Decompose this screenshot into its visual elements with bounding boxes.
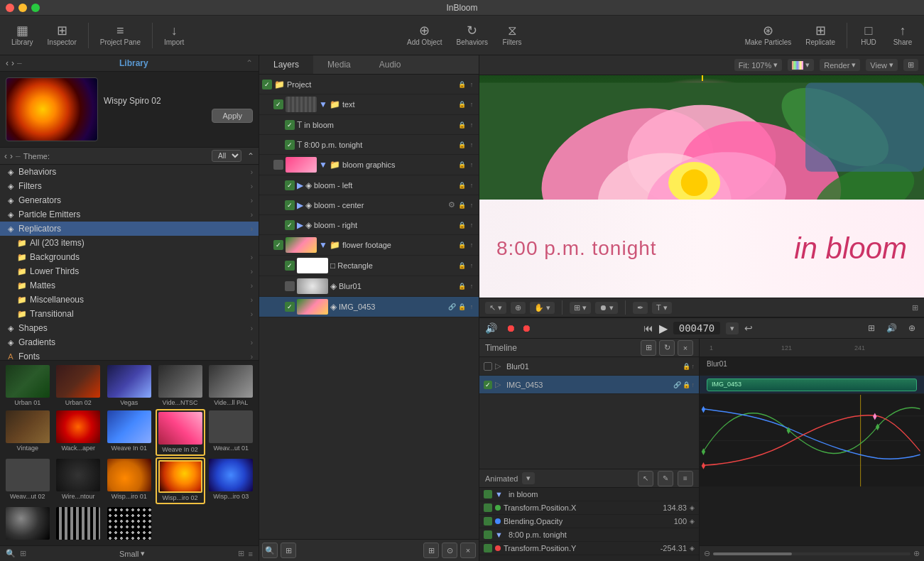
thumb-wispiro3[interactable]: Wisp...iro 03 <box>207 457 256 504</box>
layer-check-bloom-graphics[interactable] <box>273 160 283 170</box>
sidebar-item-fonts[interactable]: A Fonts › <box>0 349 259 360</box>
apply-button[interactable]: Apply <box>212 109 253 123</box>
layer-lock-icon[interactable]: 🔒 <box>457 81 466 88</box>
layer-check-bloom-left[interactable]: ✓ <box>285 180 295 190</box>
thumb-wispiro2[interactable]: Wisp...iro 02 <box>156 457 205 504</box>
sort-icon[interactable]: ⌃ <box>247 151 254 161</box>
layer-img0453[interactable]: ✓ ◈ IMG_0453 🔗 🔒 ↑ <box>259 297 479 317</box>
transform-tool[interactable]: ⊕ <box>511 302 526 314</box>
bloom-left-export-icon[interactable]: ↑ <box>467 182 476 189</box>
thumb-ball[interactable] <box>3 506 53 543</box>
search-btn[interactable]: 🔍 <box>6 549 16 558</box>
import-button[interactable]: ↓ Import <box>158 21 190 49</box>
library-button[interactable]: ▦ Library <box>6 21 39 49</box>
record-tool[interactable]: ⏺ ▾ <box>595 302 618 314</box>
lib-back-icon[interactable]: ‹ <box>4 151 7 161</box>
fit-dropdown[interactable]: Fit: 107% ▾ <box>734 59 782 71</box>
add-object-button[interactable]: ⊕ Add Object <box>401 21 447 49</box>
layer-check-img0453[interactable]: ✓ <box>285 302 295 312</box>
layer-check-8pm[interactable]: ✓ <box>285 140 295 150</box>
subitem-miscellaneous[interactable]: 📁 Miscellaneous › <box>0 293 259 307</box>
tl-link-img0453[interactable]: 🔗 <box>673 381 681 388</box>
bloom-graphics-export-icon[interactable]: ↑ <box>467 161 476 168</box>
grid-layers-btn[interactable]: ⊞ <box>281 543 296 558</box>
layer-bloom-center[interactable]: ✓ ▶ ◈ bloom - center ⚙ 🔒 ↑ <box>259 195 479 215</box>
tl-row-img0453[interactable]: ✓ ▷ IMG_0453 🔗 🔒 ↑ <box>479 376 699 394</box>
flower-footage-export-icon[interactable]: ↑ <box>467 241 476 249</box>
kf-check-opacity[interactable] <box>484 517 492 525</box>
list-icon[interactable]: ≡ <box>249 550 253 558</box>
layer-check-bloom-right[interactable]: ✓ <box>285 220 295 230</box>
nav-forward-button[interactable]: › <box>11 58 14 68</box>
grid-view-btn[interactable]: ⊞ <box>20 549 26 558</box>
8pm-export-icon[interactable]: ↑ <box>467 141 476 148</box>
pb-grid-icon[interactable]: ⊞ <box>865 322 878 334</box>
nav-expand-icon[interactable]: ⌃ <box>246 58 253 68</box>
filters-button[interactable]: ⧖ Filters <box>496 21 528 49</box>
tl-export-img0453[interactable]: ↑ <box>692 381 695 388</box>
layer-check-inbloom[interactable]: ✓ <box>285 120 295 130</box>
snap-icon[interactable]: ⊞ <box>912 303 918 312</box>
share-button[interactable]: ↑ Share <box>887 21 918 49</box>
rectangle-lock-icon[interactable]: 🔒 <box>457 262 466 269</box>
layer-check-flower-footage[interactable]: ✓ <box>273 240 283 250</box>
kf-select-btn[interactable]: ↖ <box>638 471 653 486</box>
animated-dropdown[interactable]: ▾ <box>522 472 535 484</box>
kf-arrow-opacity[interactable]: ◈ <box>690 518 695 525</box>
tl-grid-btn[interactable]: ⊞ <box>641 340 656 356</box>
layer-check-project[interactable]: ✓ <box>262 80 272 89</box>
project-pane-button[interactable]: ≡ Project Pane <box>94 21 146 49</box>
thumb-vidntsc[interactable]: Vide...NTSC <box>156 364 205 408</box>
hud-button[interactable]: □ HUD <box>853 21 884 49</box>
8pm-lock-icon[interactable]: 🔒 <box>457 141 466 148</box>
tl-zoom-slider[interactable] <box>713 552 911 555</box>
layer-8pm[interactable]: ✓ T 8:00 p.m. tonight 🔒 ↑ <box>259 135 479 155</box>
sidebar-item-gradients[interactable]: ◈ Gradients › <box>0 335 259 349</box>
layer-flower-footage[interactable]: ✓ ▼ 📁 flower footage 🔒 ↑ <box>259 235 479 256</box>
tl-lock-blur01[interactable]: 🔒 <box>683 363 690 370</box>
timecode-display[interactable]: 000470 <box>673 322 721 334</box>
thumb-urban2[interactable]: Urban 02 <box>54 364 104 408</box>
thumb-weavein2[interactable]: Weave In 02 <box>156 409 205 456</box>
goto-start-btn[interactable]: ⏮ <box>643 322 653 334</box>
volume-icon[interactable]: 🔊 <box>485 322 497 334</box>
tab-audio[interactable]: Audio <box>365 55 415 74</box>
minimize-button[interactable] <box>18 4 27 12</box>
text-export-icon[interactable]: ↑ <box>467 101 476 108</box>
tl-loop-btn[interactable]: ↻ <box>659 340 675 356</box>
thumb-weaveout1[interactable]: Weav...ut 01 <box>207 409 256 456</box>
behaviors-button[interactable]: ↻ Behaviors <box>451 21 494 49</box>
maximize-button[interactable] <box>31 4 40 12</box>
subitem-lower-thirds[interactable]: 📁 Lower Thirds › <box>0 264 259 278</box>
kf-check-ty[interactable] <box>484 544 492 552</box>
inbloom-lock-icon[interactable]: 🔒 <box>457 121 466 129</box>
select-tool[interactable]: ↖ ▾ <box>485 302 506 314</box>
thumb-dot[interactable] <box>104 506 154 543</box>
bloom-right-export-icon[interactable]: ↑ <box>467 222 476 229</box>
layer-rectangle[interactable]: ✓ □ Rectangle 🔒 ↑ <box>259 256 479 276</box>
kf-arrow-tx[interactable]: ◈ <box>690 504 695 511</box>
kf-more-btn[interactable]: ≡ <box>678 471 693 486</box>
sidebar-item-behaviors[interactable]: ◈ Behaviors › <box>0 165 259 179</box>
search-layers-btn[interactable]: 🔍 <box>262 543 278 558</box>
record-audio-btn[interactable]: ⏺ <box>521 322 531 334</box>
bloom-center-lock-icon[interactable]: 🔒 <box>457 202 466 209</box>
text-lock-icon[interactable]: 🔒 <box>457 101 466 108</box>
pan-tool[interactable]: ✋ ▾ <box>530 302 555 314</box>
layer-text[interactable]: ✓ ▼ 📁 text 🔒 ↑ <box>259 94 479 115</box>
color-dropdown[interactable]: ▾ <box>788 59 814 71</box>
bloom-graphics-lock-icon[interactable]: 🔒 <box>457 161 466 168</box>
layer-bloom-graphics[interactable]: ▼ 📁 bloom graphics 🔒 ↑ <box>259 155 479 175</box>
thumb-wispiro1[interactable]: Wisp...iro 01 <box>104 457 154 504</box>
thumb-strip[interactable] <box>54 506 104 543</box>
add-layer-btn[interactable]: ⊞ <box>423 543 439 558</box>
layer-check-text[interactable]: ✓ <box>273 99 283 109</box>
layer-check-blur01[interactable] <box>285 281 295 291</box>
img0453-link-icon[interactable]: 🔗 <box>447 303 456 310</box>
timecode-dropdown[interactable]: ▾ <box>726 322 739 334</box>
subitem-transitional[interactable]: 📁 Transitional › <box>0 307 259 321</box>
bloom-left-lock-icon[interactable]: 🔒 <box>457 182 466 189</box>
layer-blur01[interactable]: ◈ Blur01 🔒 ↑ <box>259 276 479 297</box>
delete-layer-btn[interactable]: × <box>460 543 476 558</box>
render-dropdown[interactable]: Render ▾ <box>820 59 860 71</box>
